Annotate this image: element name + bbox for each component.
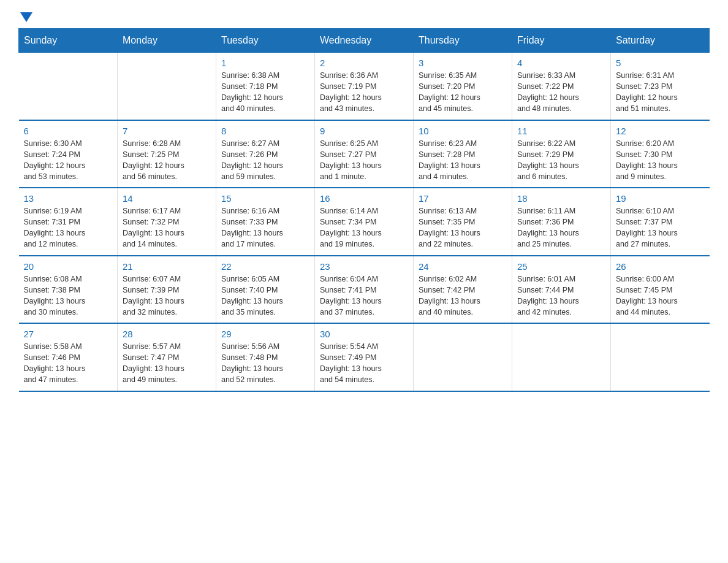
calendar-cell: 14Sunrise: 6:17 AM Sunset: 7:32 PM Dayli… — [118, 188, 216, 256]
day-number: 28 — [123, 329, 211, 339]
calendar-week-3: 13Sunrise: 6:19 AM Sunset: 7:31 PM Dayli… — [19, 188, 710, 256]
weekday-header-monday: Monday — [118, 29, 216, 53]
day-number: 12 — [616, 126, 705, 136]
calendar-table: SundayMondayTuesdayWednesdayThursdayFrid… — [18, 28, 710, 392]
calendar-cell: 26Sunrise: 6:00 AM Sunset: 7:45 PM Dayli… — [611, 256, 710, 324]
day-number: 1 — [221, 58, 309, 68]
day-info: Sunrise: 6:28 AM Sunset: 7:25 PM Dayligh… — [123, 138, 211, 183]
calendar-week-1: 1Sunrise: 6:38 AM Sunset: 7:18 PM Daylig… — [19, 53, 710, 120]
day-number: 5 — [616, 58, 705, 68]
day-number: 11 — [517, 126, 605, 136]
calendar-cell: 29Sunrise: 5:56 AM Sunset: 7:48 PM Dayli… — [216, 323, 315, 391]
day-info: Sunrise: 6:16 AM Sunset: 7:33 PM Dayligh… — [221, 205, 309, 250]
day-info: Sunrise: 5:58 AM Sunset: 7:46 PM Dayligh… — [24, 341, 113, 386]
calendar-cell: 30Sunrise: 5:54 AM Sunset: 7:49 PM Dayli… — [315, 323, 414, 391]
calendar-week-5: 27Sunrise: 5:58 AM Sunset: 7:46 PM Dayli… — [19, 323, 710, 391]
day-info: Sunrise: 6:23 AM Sunset: 7:28 PM Dayligh… — [419, 138, 507, 183]
day-info: Sunrise: 6:38 AM Sunset: 7:18 PM Dayligh… — [221, 70, 309, 115]
calendar-cell: 25Sunrise: 6:01 AM Sunset: 7:44 PM Dayli… — [512, 256, 611, 324]
calendar-cell: 16Sunrise: 6:14 AM Sunset: 7:34 PM Dayli… — [315, 188, 414, 256]
day-info: Sunrise: 6:04 AM Sunset: 7:41 PM Dayligh… — [320, 274, 408, 318]
calendar-cell: 13Sunrise: 6:19 AM Sunset: 7:31 PM Dayli… — [19, 188, 118, 256]
day-info: Sunrise: 6:25 AM Sunset: 7:27 PM Dayligh… — [320, 138, 408, 183]
svg-marker-0 — [20, 12, 32, 22]
logo — [18, 12, 32, 22]
calendar-cell — [19, 53, 118, 120]
day-number: 4 — [517, 58, 605, 68]
day-number: 8 — [221, 126, 309, 136]
day-info: Sunrise: 6:01 AM Sunset: 7:44 PM Dayligh… — [517, 274, 605, 318]
day-info: Sunrise: 6:31 AM Sunset: 7:23 PM Dayligh… — [616, 70, 705, 115]
day-number: 23 — [320, 261, 408, 272]
day-number: 2 — [320, 58, 408, 68]
calendar-cell: 28Sunrise: 5:57 AM Sunset: 7:47 PM Dayli… — [118, 323, 216, 391]
calendar-cell: 8Sunrise: 6:27 AM Sunset: 7:26 PM Daylig… — [216, 120, 315, 188]
calendar-week-2: 6Sunrise: 6:30 AM Sunset: 7:24 PM Daylig… — [19, 120, 710, 188]
day-info: Sunrise: 6:10 AM Sunset: 7:37 PM Dayligh… — [616, 205, 705, 250]
weekday-header-thursday: Thursday — [414, 29, 512, 53]
day-info: Sunrise: 6:33 AM Sunset: 7:22 PM Dayligh… — [517, 70, 605, 115]
day-number: 20 — [24, 261, 113, 272]
day-info: Sunrise: 6:14 AM Sunset: 7:34 PM Dayligh… — [320, 205, 408, 250]
weekday-header-friday: Friday — [512, 29, 611, 53]
page-header — [18, 12, 710, 22]
calendar-cell: 22Sunrise: 6:05 AM Sunset: 7:40 PM Dayli… — [216, 256, 315, 324]
day-info: Sunrise: 6:22 AM Sunset: 7:29 PM Dayligh… — [517, 138, 605, 183]
day-number: 17 — [419, 193, 507, 204]
calendar-cell: 6Sunrise: 6:30 AM Sunset: 7:24 PM Daylig… — [19, 120, 118, 188]
day-number: 24 — [419, 261, 507, 272]
calendar-cell: 21Sunrise: 6:07 AM Sunset: 7:39 PM Dayli… — [118, 256, 216, 324]
calendar-cell: 24Sunrise: 6:02 AM Sunset: 7:42 PM Dayli… — [414, 256, 512, 324]
day-number: 14 — [123, 193, 211, 204]
day-number: 30 — [320, 329, 408, 339]
weekday-header-wednesday: Wednesday — [315, 29, 414, 53]
day-number: 18 — [517, 193, 605, 204]
calendar-header-row: SundayMondayTuesdayWednesdayThursdayFrid… — [19, 29, 710, 53]
day-info: Sunrise: 5:56 AM Sunset: 7:48 PM Dayligh… — [221, 341, 309, 386]
day-number: 7 — [123, 126, 211, 136]
calendar-cell — [512, 323, 611, 391]
calendar-cell: 23Sunrise: 6:04 AM Sunset: 7:41 PM Dayli… — [315, 256, 414, 324]
day-number: 27 — [24, 329, 113, 339]
day-number: 19 — [616, 193, 705, 204]
day-info: Sunrise: 6:35 AM Sunset: 7:20 PM Dayligh… — [419, 70, 507, 115]
day-info: Sunrise: 6:19 AM Sunset: 7:31 PM Dayligh… — [24, 205, 113, 250]
day-info: Sunrise: 6:02 AM Sunset: 7:42 PM Dayligh… — [419, 274, 507, 318]
calendar-cell: 9Sunrise: 6:25 AM Sunset: 7:27 PM Daylig… — [315, 120, 414, 188]
weekday-header-sunday: Sunday — [19, 29, 118, 53]
calendar-cell: 20Sunrise: 6:08 AM Sunset: 7:38 PM Dayli… — [19, 256, 118, 324]
calendar-cell: 10Sunrise: 6:23 AM Sunset: 7:28 PM Dayli… — [414, 120, 512, 188]
calendar-cell: 4Sunrise: 6:33 AM Sunset: 7:22 PM Daylig… — [512, 53, 611, 120]
day-number: 25 — [517, 261, 605, 272]
calendar-cell — [611, 323, 710, 391]
calendar-cell: 7Sunrise: 6:28 AM Sunset: 7:25 PM Daylig… — [118, 120, 216, 188]
calendar-cell: 18Sunrise: 6:11 AM Sunset: 7:36 PM Dayli… — [512, 188, 611, 256]
day-number: 26 — [616, 261, 705, 272]
calendar-cell: 1Sunrise: 6:38 AM Sunset: 7:18 PM Daylig… — [216, 53, 315, 120]
day-number: 21 — [123, 261, 211, 272]
day-info: Sunrise: 6:05 AM Sunset: 7:40 PM Dayligh… — [221, 274, 309, 318]
calendar-cell: 11Sunrise: 6:22 AM Sunset: 7:29 PM Dayli… — [512, 120, 611, 188]
day-number: 13 — [24, 193, 113, 204]
calendar-cell — [414, 323, 512, 391]
day-info: Sunrise: 6:20 AM Sunset: 7:30 PM Dayligh… — [616, 138, 705, 183]
day-info: Sunrise: 6:13 AM Sunset: 7:35 PM Dayligh… — [419, 205, 507, 250]
calendar-cell: 3Sunrise: 6:35 AM Sunset: 7:20 PM Daylig… — [414, 53, 512, 120]
weekday-header-saturday: Saturday — [611, 29, 710, 53]
day-number: 29 — [221, 329, 309, 339]
day-info: Sunrise: 6:36 AM Sunset: 7:19 PM Dayligh… — [320, 70, 408, 115]
day-number: 6 — [24, 126, 113, 136]
calendar-cell: 12Sunrise: 6:20 AM Sunset: 7:30 PM Dayli… — [611, 120, 710, 188]
day-number: 16 — [320, 193, 408, 204]
day-number: 10 — [419, 126, 507, 136]
calendar-cell: 5Sunrise: 6:31 AM Sunset: 7:23 PM Daylig… — [611, 53, 710, 120]
day-info: Sunrise: 5:57 AM Sunset: 7:47 PM Dayligh… — [123, 341, 211, 386]
day-info: Sunrise: 6:30 AM Sunset: 7:24 PM Dayligh… — [24, 138, 113, 183]
day-number: 22 — [221, 261, 309, 272]
calendar-week-4: 20Sunrise: 6:08 AM Sunset: 7:38 PM Dayli… — [19, 256, 710, 324]
logo-triangle-icon — [20, 12, 32, 25]
day-number: 3 — [419, 58, 507, 68]
day-info: Sunrise: 5:54 AM Sunset: 7:49 PM Dayligh… — [320, 341, 408, 386]
day-number: 9 — [320, 126, 408, 136]
day-info: Sunrise: 6:07 AM Sunset: 7:39 PM Dayligh… — [123, 274, 211, 318]
